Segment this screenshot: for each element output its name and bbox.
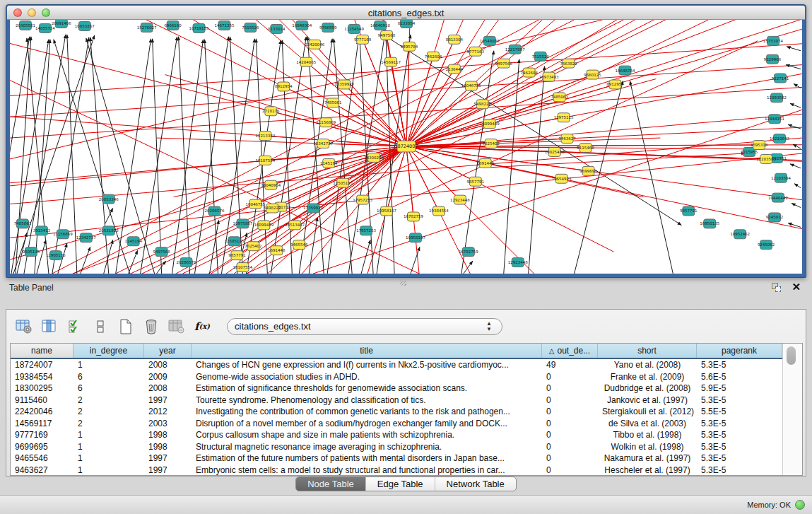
table-row[interactable]: 977716911998Corpus callosum shape and si… [11,429,782,441]
graph-node[interactable]: 12342737 [76,233,96,243]
graph-node[interactable]: 8813304 [446,35,464,44]
close-panel-icon[interactable]: ✕ [792,281,801,293]
graph-node[interactable]: 7462604 [425,52,442,61]
network-view-window[interactable]: citations_edges.txt 20305581140557242069… [6,4,806,278]
graph-node[interactable]: 17957253 [356,226,376,235]
network-canvas[interactable]: 2030558114055724206914061065326715276027… [10,20,802,274]
graph-node[interactable]: 15751074 [763,36,783,45]
column-header[interactable]: name [11,344,73,358]
graph-node[interactable]: 20286576 [177,258,196,267]
graph-node[interactable]: 14671355 [215,21,235,30]
graph-node[interactable]: 10975887 [233,219,252,228]
table-row[interactable]: 946362711997Embryonic stem cells: a mode… [11,465,782,477]
column-header[interactable]: △out_de... [542,344,598,358]
graph-node[interactable]: 16950135 [700,219,719,228]
graph-node[interactable]: 10653267 [75,21,95,30]
graph-node[interactable]: 8133014 [268,24,286,33]
column-header[interactable]: title [192,344,542,358]
graph-node[interactable]: 8133054 [398,20,416,28]
graph-node[interactable]: 7485061 [324,98,341,107]
graph-node[interactable]: 16782759 [459,247,478,257]
graph-node[interactable]: 1691448 [477,158,495,168]
graph-node[interactable]: 1595318 [751,141,768,150]
graph-node[interactable]: 12923448 [508,258,528,267]
float-panel-icon[interactable] [772,283,781,292]
row-height-icon[interactable] [90,316,111,337]
column-header[interactable]: in_degree [73,344,144,358]
graph-node[interactable]: 9777169 [354,35,372,44]
graph-node[interactable]: 10446442 [768,193,788,202]
graph-node[interactable]: 14569117 [381,57,401,66]
graph-node[interactable]: 9857791 [228,251,245,260]
graph-node[interactable]: 10958107 [377,206,396,216]
graph-node[interactable]: 10952462 [730,230,750,239]
table-row[interactable]: 2242004622012Investigating the contribut… [11,406,782,418]
graph-node[interactable]: 9660125 [584,70,601,79]
new-column-icon[interactable] [115,316,136,337]
column-header[interactable]: pagerank [697,344,782,358]
graph-node[interactable]: 9495784 [401,42,418,51]
graph-node[interactable]: 20206576 [205,206,225,216]
function-builder-icon[interactable]: f(x) [192,316,213,337]
select-checks-icon[interactable] [64,316,86,337]
column-header[interactable]: short [598,344,697,358]
graph-node[interactable]: 9463627 [558,134,576,144]
graph-node[interactable]: 19384554 [429,206,449,216]
graph-node[interactable]: 1691448 [268,246,286,255]
table-selector-dropdown[interactable]: citations_edges.txt ▲▼ [227,318,502,335]
graph-node[interactable]: 9699695 [579,166,596,175]
graph-node[interactable]: 12213383 [255,132,275,141]
graph-node[interactable]: 18724007 [394,141,418,152]
table-row[interactable]: 1456911722003Disruption of a novel membe… [11,418,782,430]
graph-node[interactable]: 9497568 [495,59,513,68]
table-mode-icon[interactable] [13,316,35,337]
graph-node[interactable]: 9245062 [758,240,775,250]
window-titlebar[interactable]: citations_edges.txt [7,6,805,20]
graph-node[interactable]: 5498222 [474,100,491,109]
graph-node[interactable]: 12975115 [554,113,574,122]
table-row[interactable]: 1872400712008Changes of HCN gene express… [11,359,782,371]
graph-node[interactable]: 7625402 [483,139,500,148]
graph-node[interactable]: 9857791 [680,206,697,216]
tab-node-table[interactable]: Node Table [296,477,366,491]
table-row[interactable]: 911546021997Tourette syndrome. Phenomeno… [11,395,782,407]
graph-node[interactable]: 15276027 [137,23,157,32]
column-header[interactable]: year [144,344,192,358]
table-row[interactable]: 1938455462009Genome-wide association stu… [11,371,782,383]
graph-node[interactable]: 9497568 [153,247,170,257]
graph-node[interactable]: 20053346 [99,194,119,204]
graph-node[interactable]: 18107554 [233,263,252,272]
graph-node[interactable]: 9245012 [766,213,783,222]
panel-resize-grip[interactable] [400,281,406,286]
graph-node[interactable]: 5498222 [264,204,281,213]
graph-node[interactable]: 12103594 [771,173,791,182]
graph-node[interactable]: 16640910 [370,21,390,30]
graph-node[interactable]: 7625402 [245,242,261,251]
graph-node[interactable]: 16210643 [770,134,789,144]
graph-node[interactable]: 20305581 [16,21,35,30]
graph-node[interactable]: 16046755 [461,81,481,90]
graph-node[interactable]: 11254549 [344,24,364,33]
tab-network-table[interactable]: Network Table [435,477,516,491]
graph-node[interactable]: 9465546 [290,240,308,250]
memory-ok-icon[interactable] [795,500,805,510]
graph-node[interactable]: 10548088 [480,36,500,45]
graph-node[interactable]: 18107554 [255,156,275,165]
table-row[interactable]: 969969511998Structural magnetic resonanc… [11,441,782,453]
graph-node[interactable]: 9115460 [577,144,594,153]
graph-node[interactable]: 1145194 [124,237,142,246]
graph-node[interactable]: 16099489 [254,221,273,230]
graph-node[interactable]: 6966160 [164,21,182,30]
graph-node[interactable]: 11156869 [316,118,336,127]
graph-node[interactable]: 14204065 [296,57,316,66]
graph-node[interactable]: 16782759 [404,212,423,221]
delete-column-icon[interactable] [141,316,162,337]
graph-node[interactable]: 7663822 [560,59,577,68]
graph-node[interactable]: 16513447 [285,221,305,230]
graph-node[interactable]: 9497568 [378,30,396,40]
graph-node[interactable]: 12093582 [767,93,787,103]
graph-node[interactable]: 9329966 [764,54,782,64]
graph-node[interactable]: 9227141 [772,74,789,83]
graph-node[interactable]: 7485063 [551,93,568,102]
graph-node[interactable]: 12923448 [450,195,470,204]
